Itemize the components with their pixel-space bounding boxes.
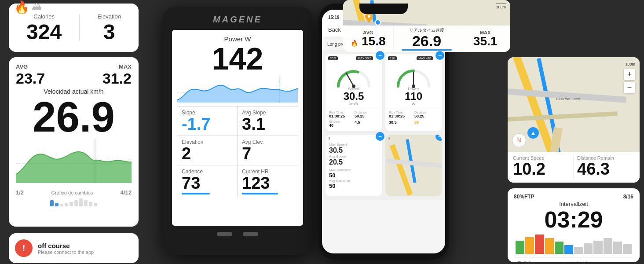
offcourse-icon: ! bbox=[15, 239, 33, 257]
card-stats-power: Ride Time 01:30:25 Distance 50.25 30.5 bbox=[389, 109, 438, 125]
page-left: 1/2 bbox=[16, 189, 24, 196]
interval-bottom-stats: Zielleistung 120 Leistung 116 bbox=[514, 257, 633, 262]
stat-speed2-val: 4.5 bbox=[355, 120, 378, 125]
calories-elevation-widget: 🔥 ⛰ Calories 324 Elevation 3 bbox=[9, 4, 139, 52]
phone-back-button[interactable]: Back bbox=[328, 26, 341, 33]
map-speed-stat: Current Speed 10.2 bbox=[513, 155, 574, 179]
stat-elgain-val: 40 bbox=[329, 123, 353, 128]
stat-power2: 30.5 bbox=[389, 120, 413, 125]
calories-value: 324 bbox=[26, 22, 62, 43]
max-value: 31.2 bbox=[102, 70, 132, 87]
stat-power2-val: 30.5 bbox=[389, 120, 413, 125]
stat-elgain-label: El. Gain bbox=[329, 120, 353, 123]
map-scale: 100m bbox=[625, 61, 635, 66]
avg-elev-cell: Avg Elev. 7 bbox=[238, 136, 298, 165]
stat-ride-time-p: Ride Time 01:30:25 bbox=[389, 111, 413, 118]
gauge-area-power: Power 110 W bbox=[389, 57, 438, 106]
gauge-unit-speed: km/h bbox=[349, 102, 358, 106]
map-zoom-in[interactable]: + bbox=[624, 69, 635, 80]
stat-power-orange: 80 bbox=[414, 120, 438, 125]
cadence-cell: Cadence 73 bbox=[177, 165, 238, 198]
map-dist-value: 46.3 bbox=[577, 161, 634, 177]
mountain-icon: ⛰ bbox=[32, 0, 42, 12]
offcourse-text: off course Please connect to the app bbox=[38, 242, 94, 255]
map-zoom-out[interactable]: − bbox=[624, 82, 635, 93]
phone-card-maxspeed: − 3 Max Speed 30.5 Avg Speed 20.5 Max Ca… bbox=[326, 135, 382, 196]
gear-bar-2 bbox=[55, 203, 59, 206]
card-map-bg bbox=[385, 135, 442, 196]
elevation-label: Elevation bbox=[97, 13, 121, 20]
rt-avg-section: AVG 🔥 15.8 bbox=[343, 30, 393, 48]
device-buttons-row bbox=[217, 232, 258, 236]
gear-bar-6 bbox=[74, 200, 78, 206]
gauge-unit-power: W bbox=[412, 102, 416, 106]
page-indicator: 1/2 Gráfico de cambios 4/12 bbox=[16, 189, 132, 196]
phone-card-speed: − 30.5 MAX 50.5 Speed 30.5 km/h bbox=[326, 54, 382, 131]
vertical-divider bbox=[79, 15, 80, 41]
gear-bar-7 bbox=[79, 198, 83, 206]
status-time: 15:19 bbox=[328, 15, 340, 20]
gauge-area-speed: Speed 30.5 km/h bbox=[329, 57, 378, 106]
gauge-svg-speed bbox=[334, 64, 373, 88]
gauge-svg-power bbox=[394, 64, 433, 88]
card-stats-speed: Ride Time 01:30:25 Distance 50.25 El. Ga… bbox=[329, 109, 378, 128]
stat-speed2: 4.5 bbox=[355, 120, 378, 128]
max-label: MAX bbox=[119, 63, 132, 70]
avg-max-values: 23.7 31.2 bbox=[16, 70, 132, 87]
svg-line-6 bbox=[346, 73, 354, 86]
interval-bar-chart bbox=[514, 234, 633, 254]
screen-grid: Slope -1.7 Avg Slope 3.1 Elevation 2 Avg… bbox=[177, 106, 298, 198]
avg-label: AVG bbox=[16, 63, 28, 70]
offcourse-widget: ! off course Please connect to the app bbox=[9, 233, 139, 263]
hr-cell: Current HR 123 bbox=[238, 165, 298, 198]
stat-dist-val-p: 50.25 bbox=[414, 114, 438, 118]
card-max-tag-power: MAX 420 bbox=[417, 56, 433, 60]
rt-mid-value: 26.9 bbox=[395, 33, 458, 48]
hr-value: 123 bbox=[242, 175, 293, 191]
gps-device: magene Power W 142 Slope -1.7 bbox=[163, 7, 312, 255]
rt-flame-icon: 🔥 bbox=[351, 40, 358, 47]
interval-counter: 8/16 bbox=[623, 194, 633, 200]
map-speed-value: 10.2 bbox=[513, 161, 570, 177]
elevation-value: 3 bbox=[97, 22, 121, 43]
card-minus-power[interactable]: − bbox=[435, 51, 444, 60]
gear-bar-5 bbox=[70, 202, 73, 206]
exclamation-icon: ! bbox=[22, 243, 26, 253]
map-dist-stat: Distance Remain 46.3 bbox=[574, 155, 634, 179]
rt-max-section: MAX 35.1 bbox=[460, 30, 510, 48]
cadence-bar bbox=[182, 193, 210, 194]
slope-cell: Slope -1.7 bbox=[177, 106, 238, 136]
interval-label: Intervallzeit bbox=[514, 201, 633, 207]
rt-mid-section: リアルタイム速度 26.9 bbox=[393, 27, 460, 51]
device-brand: magene bbox=[213, 15, 262, 25]
stat-ride-val: 01:30:25 bbox=[329, 114, 353, 118]
interval-ftp: 80%FTP bbox=[514, 194, 534, 200]
card-minus-maxspeed[interactable]: − bbox=[376, 132, 384, 141]
map-scale-top: 100m bbox=[496, 4, 506, 9]
device-btn-left[interactable] bbox=[217, 232, 232, 236]
card-num-3: 3 bbox=[328, 136, 330, 140]
phone-cards-grid: − 30.5 MAX 50.5 Speed 30.5 km/h bbox=[322, 50, 445, 200]
page-center-label: Gráfico de cambios bbox=[51, 190, 93, 195]
calories-section: Calories 324 bbox=[26, 13, 62, 43]
interval-power-label: Leistung bbox=[577, 260, 630, 262]
offcourse-subtitle: Please connect to the app bbox=[38, 249, 94, 255]
elev-cell: Elevation 2 bbox=[177, 136, 238, 165]
map-compass: N bbox=[512, 133, 526, 147]
gear-bar-3 bbox=[60, 204, 63, 206]
avg-slope-value: 3.1 bbox=[242, 116, 293, 132]
interval-target-label: Zielleistung bbox=[517, 260, 570, 262]
device-btn-right[interactable] bbox=[243, 232, 258, 236]
calories-label: Calories bbox=[26, 13, 62, 20]
phone-card-power: − 110 MAX 420 Power 110 W bbox=[385, 54, 442, 131]
speed-chart bbox=[16, 139, 132, 187]
stat-distance: Distance 50.25 bbox=[355, 111, 378, 118]
interval-power: Leistung 116 bbox=[574, 260, 633, 262]
stat-power-orange-val: 80 bbox=[414, 120, 438, 125]
card-tag-speed: 30.5 bbox=[328, 56, 338, 60]
stat-ride-time: Ride Time 01:30:25 bbox=[329, 111, 353, 118]
offcourse-title: off course bbox=[38, 242, 94, 249]
card-minus-speed[interactable]: − bbox=[376, 51, 384, 60]
map-widget: Rock Wo-- pkw 100m + − ▲ N Current Speed… bbox=[508, 57, 640, 183]
gear-bar-8 bbox=[84, 200, 88, 206]
